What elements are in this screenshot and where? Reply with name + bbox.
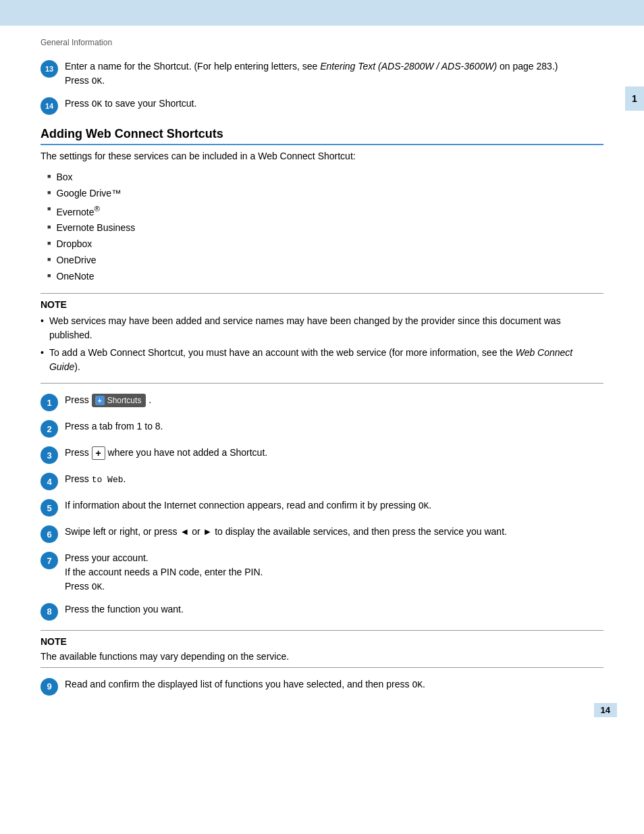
step-8-text: Press the function you want.: [65, 602, 603, 617]
step-9-text: Read and confirm the displayed list of f…: [65, 677, 603, 692]
list-item-text: Box: [56, 170, 72, 184]
list-item: Box: [47, 170, 603, 184]
step-7-circle: 7: [41, 552, 58, 569]
step-5-circle: 5: [41, 499, 58, 517]
list-item-text: Evernote Business: [56, 221, 135, 235]
step-13-suffix: on page 283.): [497, 61, 558, 72]
step-13: 13 Enter a name for the Shortcut. (For h…: [41, 59, 603, 88]
step-5-ok: OK: [419, 501, 429, 511]
step-7-ok: OK: [92, 582, 103, 592]
step-6-text: Swipe left or right, or press ◄ or ► to …: [65, 525, 603, 539]
step-9-ok: OK: [412, 680, 423, 690]
step-4-text: Press to Web.: [65, 472, 603, 487]
step-14-ok: OK: [92, 99, 103, 109]
step-1-text: Press + Shortcuts .: [65, 393, 603, 407]
note1-title: NOTE: [41, 299, 603, 310]
list-item-text: Evernote®: [56, 203, 100, 219]
note1-item-2: To add a Web Connect Shortcut, you must …: [41, 346, 603, 374]
step-5-text: If information about the Internet connec…: [65, 498, 603, 513]
step-3-text: Press + where you have not added a Short…: [65, 446, 603, 460]
breadcrumb: General Information: [41, 38, 603, 47]
step-3-circle: 3: [41, 446, 58, 464]
step-14: 14 Press OK to save your Shortcut.: [41, 97, 603, 115]
step-3: 3 Press + where you have not added a Sho…: [41, 446, 603, 464]
bullet-list: Box Google Drive™ Evernote® Evernote Bus…: [47, 170, 603, 284]
list-item: Evernote®: [47, 203, 603, 219]
note2-title: NOTE: [41, 636, 603, 647]
shortcuts-btn-icon: +: [95, 396, 105, 405]
plus-icon: +: [92, 446, 105, 460]
step-8: 8 Press the function you want.: [41, 602, 603, 621]
shortcuts-button: + Shortcuts: [92, 394, 146, 407]
step-13-text: Enter a name for the Shortcut. (For help…: [65, 59, 603, 88]
step-13-press: Press OK.: [65, 75, 105, 86]
list-item: Google Drive™: [47, 186, 603, 201]
step-8-circle: 8: [41, 603, 58, 621]
step-6: 6 Swipe left or right, or press ◄ or ► t…: [41, 525, 603, 543]
step-13-prefix: Enter a name for the Shortcut. (For help…: [65, 61, 320, 72]
step-4-mono: to Web: [92, 475, 124, 485]
section-heading: Adding Web Connect Shortcuts: [41, 127, 603, 145]
chapter-tab: 1: [625, 86, 644, 111]
step-6-circle: 6: [41, 525, 58, 543]
list-item: OneNote: [47, 269, 603, 284]
step-7: 7 Press your account. If the account nee…: [41, 551, 603, 594]
step-13-ok: OK: [92, 76, 103, 86]
top-bar: [0, 0, 644, 26]
note1-item-1: Web services may have been added and ser…: [41, 314, 603, 342]
step-14-text: Press OK to save your Shortcut.: [65, 97, 603, 111]
note1-item-2-text: To add a Web Connect Shortcut, you must …: [49, 346, 603, 374]
note1-italic: Web Connect Guide: [49, 347, 572, 372]
list-item-text: Dropbox: [56, 237, 92, 251]
note2-text: The available functions may vary dependi…: [41, 651, 603, 662]
shortcuts-btn-label: Shortcuts: [107, 394, 142, 407]
list-item-text: OneNote: [56, 269, 94, 284]
note-box-2: NOTE The available functions may vary de…: [41, 630, 603, 668]
step-4: 4 Press to Web.: [41, 472, 603, 490]
step-14-circle: 14: [41, 97, 58, 115]
step-1-circle: 1: [41, 394, 58, 411]
note-box-1: NOTE Web services may have been added an…: [41, 293, 603, 384]
step-9: 9 Read and confirm the displayed list of…: [41, 677, 603, 696]
step-2-text: Press a tab from 1 to 8.: [65, 419, 603, 434]
step-5: 5 If information about the Internet conn…: [41, 498, 603, 517]
list-item-text: Google Drive™: [56, 186, 121, 201]
step-13-italic: Entering Text (ADS-2800W / ADS-3600W): [320, 61, 497, 72]
step-4-circle: 4: [41, 473, 58, 490]
step-9-circle: 9: [41, 678, 58, 696]
step-2-circle: 2: [41, 420, 58, 438]
list-item: Evernote Business: [47, 221, 603, 235]
step-1: 1 Press + Shortcuts .: [41, 393, 603, 411]
list-item: OneDrive: [47, 253, 603, 267]
page-number: 14: [594, 703, 617, 717]
note1-item-1-text: Web services may have been added and ser…: [49, 314, 603, 342]
step-2: 2 Press a tab from 1 to 8.: [41, 419, 603, 438]
section-intro: The settings for these services can be i…: [41, 149, 603, 163]
step-13-circle: 13: [41, 60, 58, 78]
step-7-text: Press your account. If the account needs…: [65, 551, 603, 594]
list-item-text: OneDrive: [56, 253, 96, 267]
list-item: Dropbox: [47, 237, 603, 251]
page-container: General Information 1 13 Enter a name fo…: [0, 26, 644, 731]
